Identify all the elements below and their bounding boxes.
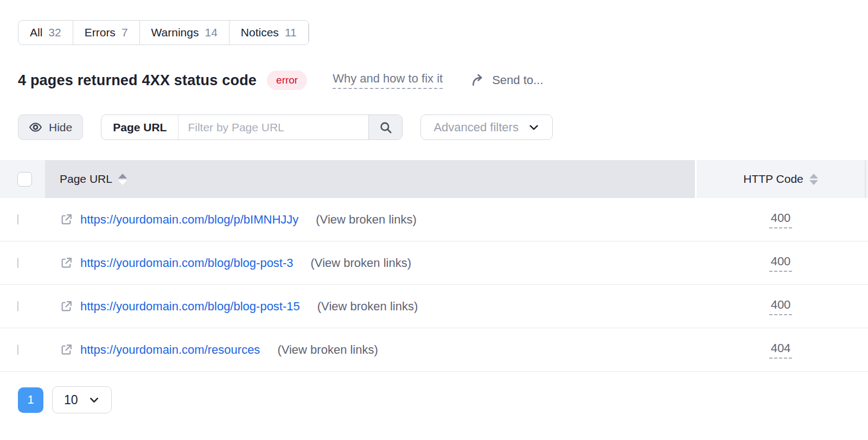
severity-tab[interactable]: Warnings 14 [140, 21, 229, 44]
view-broken-links-note[interactable]: (View broken links) [317, 299, 418, 314]
external-link-icon[interactable] [60, 256, 73, 270]
http-code-value[interactable]: 404 [769, 341, 793, 359]
http-code-header-label: HTTP Code [743, 173, 803, 186]
row-checkbox-cell [0, 215, 45, 225]
view-broken-links-note[interactable]: (View broken links) [277, 343, 378, 357]
search-icon [379, 120, 393, 135]
advanced-filters-dropdown[interactable]: Advanced filters [420, 114, 553, 140]
header-spacer [865, 160, 868, 198]
severity-tab[interactable]: Errors 7 [73, 21, 140, 44]
external-link-icon[interactable] [60, 299, 73, 313]
eye-icon [29, 120, 42, 134]
http-code-value[interactable]: 400 [769, 211, 793, 228]
tab-label: Notices [241, 26, 279, 39]
tab-count: 7 [122, 26, 128, 39]
external-link-icon[interactable] [60, 213, 73, 226]
http-code-value[interactable]: 400 [769, 298, 793, 315]
tab-label: Warnings [151, 26, 199, 39]
share-arrow-icon [471, 73, 485, 87]
table-row: https://yourdomain.com/resources (View b… [0, 328, 868, 372]
table-header: Page URL HTTP Code [0, 160, 868, 198]
view-broken-links-note[interactable]: (View broken links) [316, 213, 416, 227]
results-table: Page URL HTTP Code https:/ [0, 160, 868, 372]
tab-label: All [30, 26, 42, 39]
row-http-code-cell: 400 [697, 254, 865, 272]
page-url-filter-input[interactable] [178, 115, 368, 139]
page-size-dropdown[interactable]: 10 [52, 386, 112, 413]
view-broken-links-note[interactable]: (View broken links) [311, 256, 411, 270]
severity-tabs: All 32 Errors 7 Warnings 14 Notices 11 [18, 20, 309, 45]
chevron-down-icon [88, 394, 100, 406]
send-to-button[interactable]: Send to... [471, 73, 543, 87]
external-link-icon[interactable] [60, 343, 73, 356]
select-all-checkbox[interactable] [17, 172, 32, 187]
hide-button[interactable]: Hide [18, 114, 83, 140]
issue-title-row: 4 pages returned 4XX status code error W… [18, 71, 868, 90]
severity-badge: error [267, 71, 307, 90]
row-url-cell: https://yourdomain.com/resources (View b… [45, 343, 697, 357]
why-how-to-fix-link[interactable]: Why and how to fix it [333, 72, 443, 89]
http-code-value[interactable]: 400 [769, 254, 793, 272]
filter-row: Hide Page URL Advanced filters [18, 114, 868, 140]
row-url-cell: https://yourdomain.com/blog/blog-post-15… [45, 299, 697, 314]
chevron-down-icon [528, 122, 540, 133]
page-url-filter-group: Page URL [101, 114, 403, 140]
row-checkbox[interactable] [17, 258, 18, 268]
row-checkbox-cell [0, 258, 45, 268]
row-http-code-cell: 400 [697, 298, 865, 315]
select-all-cell [0, 160, 45, 198]
page-1-button[interactable]: 1 [18, 387, 43, 413]
row-checkbox[interactable] [17, 214, 18, 225]
pagination: 1 10 [18, 386, 868, 413]
page-url-link[interactable]: https://yourdomain.com/blog/blog-post-15 [80, 299, 300, 314]
row-checkbox-cell [0, 345, 45, 355]
severity-tab[interactable]: All 32 [18, 21, 73, 44]
table-row: https://yourdomain.com/blog/p/bIMNHJJy (… [0, 198, 868, 241]
column-header-page-url[interactable]: Page URL [45, 160, 695, 198]
table-row: https://yourdomain.com/blog/blog-post-3 … [0, 241, 868, 285]
row-http-code-cell: 400 [697, 211, 865, 228]
page-url-link[interactable]: https://yourdomain.com/blog/p/bIMNHJJy [80, 213, 298, 227]
search-button[interactable] [368, 115, 402, 139]
send-to-label: Send to... [492, 73, 543, 87]
page-url-link[interactable]: https://yourdomain.com/blog/blog-post-3 [80, 256, 293, 270]
table-row: https://yourdomain.com/blog/blog-post-15… [0, 285, 868, 328]
row-checkbox[interactable] [17, 345, 18, 355]
page-url-link[interactable]: https://yourdomain.com/resources [80, 343, 260, 357]
page-title: 4 pages returned 4XX status code [18, 72, 257, 89]
filter-field-label: Page URL [101, 115, 178, 139]
tab-count: 11 [285, 26, 297, 39]
page-url-header-label: Page URL [60, 173, 112, 186]
row-http-code-cell: 404 [697, 341, 865, 359]
column-header-http-code[interactable]: HTTP Code [697, 160, 865, 198]
sort-icon-page-url [118, 174, 127, 185]
row-url-cell: https://yourdomain.com/blog/p/bIMNHJJy (… [45, 213, 697, 227]
severity-tab[interactable]: Notices 11 [229, 21, 309, 44]
page-size-value: 10 [64, 393, 78, 407]
row-url-cell: https://yourdomain.com/blog/blog-post-3 … [45, 256, 697, 270]
row-checkbox[interactable] [17, 301, 18, 311]
tab-label: Errors [85, 26, 116, 39]
tab-count: 14 [205, 26, 217, 39]
sort-icon-http-code [809, 174, 818, 185]
advanced-filters-label: Advanced filters [433, 120, 519, 135]
hide-button-label: Hide [49, 121, 72, 134]
row-checkbox-cell [0, 302, 45, 311]
tab-count: 32 [48, 26, 61, 39]
